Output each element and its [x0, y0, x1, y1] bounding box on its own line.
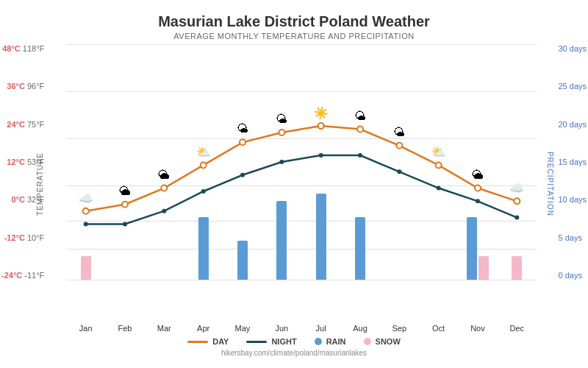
- day-dot-jun: [279, 130, 284, 135]
- month-label-jan: Jan: [66, 324, 105, 333]
- day-dot-may: [240, 139, 245, 145]
- legend-rain: RAIN: [315, 337, 346, 346]
- legend-night: NIGHT: [246, 337, 296, 346]
- night-dot-mar: [162, 209, 166, 213]
- right-label-2: 20 days: [558, 120, 587, 129]
- axis-label-5: -12°C 10°F: [1, 233, 44, 242]
- left-axis: 48°C 118°F 36°C 96°F 24°C 75°F 12°C 53°F…: [1, 44, 44, 280]
- axis-label-3: 12°C 53°F: [1, 158, 44, 166]
- month-label-apr: Apr: [184, 324, 223, 333]
- legend-rain-label: RAIN: [326, 337, 346, 346]
- legend-night-line: [246, 341, 267, 343]
- day-dot-jan: [83, 208, 89, 214]
- legend: DAY NIGHT RAIN SNOW: [0, 337, 588, 346]
- legend-day-line: [187, 341, 208, 343]
- month-label-jun: Jun: [262, 324, 301, 333]
- chart-area: 48°C 118°F 36°C 96°F 24°C 75°F 12°C 53°F…: [66, 44, 537, 280]
- month-label-feb: Feb: [105, 324, 144, 333]
- month-label-nov: Nov: [458, 324, 497, 333]
- axis-label-1: 36°C 96°F: [1, 82, 44, 91]
- night-dot-sep: [397, 169, 401, 174]
- night-dot-aug: [358, 153, 362, 158]
- footer-url: hikersbay.com/climate/poland/masurianlak…: [0, 349, 588, 357]
- month-label-aug: Aug: [340, 324, 379, 333]
- legend-day: DAY: [187, 337, 229, 346]
- month-labels: JanFebMarAprMayJunJulAugSepOctNovDec: [66, 324, 537, 333]
- right-label-6: 0 days: [558, 271, 587, 280]
- legend-day-label: DAY: [212, 337, 229, 346]
- day-dot-aug: [357, 127, 363, 132]
- day-dot-jul: [318, 123, 324, 129]
- day-temp-line: [86, 126, 517, 211]
- night-dot-may: [240, 173, 245, 177]
- month-label-jul: Jul: [301, 324, 340, 333]
- night-dot-feb: [123, 222, 127, 226]
- right-label-4: 10 days: [558, 195, 587, 204]
- night-dot-dec: [514, 216, 519, 220]
- night-dot-jan: [84, 222, 88, 226]
- month-label-mar: Mar: [145, 324, 184, 333]
- axis-label-2: 24°C 75°F: [1, 120, 44, 129]
- month-label-sep: Sep: [380, 324, 419, 333]
- chart-title: Masurian Lake District Poland Weather: [0, 13, 588, 30]
- right-label-0: 30 days: [558, 44, 587, 53]
- chart-subtitle: AVERAGE MONTHLY TEMPERATURE AND PRECIPIT…: [0, 32, 588, 40]
- right-label-5: 5 days: [558, 233, 587, 242]
- day-dot-sep: [396, 143, 402, 149]
- night-dot-nov: [476, 199, 480, 203]
- month-label-oct: Oct: [419, 324, 458, 333]
- night-dot-oct: [437, 186, 441, 191]
- right-axis: 30 days 25 days 20 days 15 days 10 days …: [558, 44, 587, 280]
- day-dot-nov: [475, 185, 481, 191]
- day-dot-apr: [201, 162, 207, 168]
- lines-svg: [66, 44, 537, 280]
- legend-snow: SNOW: [364, 337, 401, 346]
- month-label-dec: Dec: [498, 324, 537, 333]
- axis-label-6: -24°C -11°F: [1, 271, 44, 280]
- night-dot-jun: [279, 160, 284, 164]
- legend-rain-circle: [315, 338, 322, 345]
- night-dot-jul: [319, 153, 323, 158]
- legend-snow-circle: [364, 338, 371, 345]
- right-label-1: 25 days: [558, 82, 587, 91]
- day-dot-oct: [436, 162, 442, 168]
- legend-night-label: NIGHT: [271, 337, 296, 346]
- month-label-may: May: [223, 324, 262, 333]
- chart-container: Masurian Lake District Poland Weather AV…: [0, 0, 588, 368]
- night-temp-line: [86, 155, 517, 224]
- axis-label-4: 0°C 32°F: [1, 195, 44, 204]
- legend-snow-label: SNOW: [376, 337, 401, 346]
- axis-label-0: 48°C 118°F: [1, 44, 44, 53]
- day-dot-dec: [514, 198, 520, 204]
- day-dot-mar: [161, 185, 167, 191]
- right-axis-label: PRECIPITATION: [545, 152, 553, 216]
- day-dot-feb: [122, 202, 128, 208]
- right-label-3: 15 days: [558, 158, 587, 166]
- night-dot-apr: [201, 189, 206, 194]
